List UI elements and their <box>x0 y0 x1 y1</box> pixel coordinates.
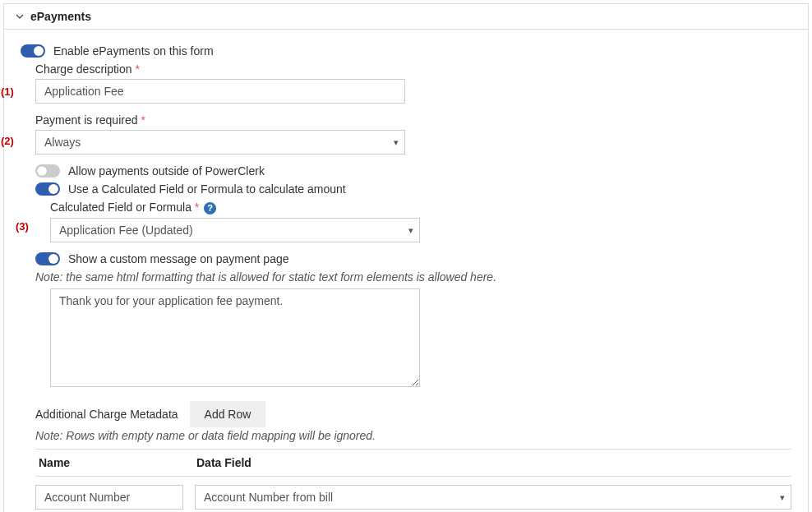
metadata-table-row: Account Number from bill ▾ <box>35 485 791 510</box>
metadata-note: Note: Rows with empty name or data field… <box>35 429 791 442</box>
use-calculated-label: Use a Calculated Field or Formula to cal… <box>68 182 346 196</box>
required-marker: * <box>135 62 139 76</box>
enable-epayments-toggle[interactable] <box>21 44 45 58</box>
charge-description-input[interactable] <box>35 79 405 104</box>
calc-field-select[interactable]: Application Fee (Updated) <box>50 218 420 242</box>
annotation-1: (1) <box>1 85 14 98</box>
custom-message-note: Note: the same html formatting that is a… <box>35 270 791 284</box>
panel-title: ePayments <box>30 10 91 23</box>
custom-message-label: Show a custom message on payment page <box>68 252 289 265</box>
metadata-datafield-select[interactable]: Account Number from bill <box>195 485 791 510</box>
metadata-name-input[interactable] <box>35 485 183 510</box>
help-icon[interactable]: ? <box>204 202 216 214</box>
annotation-3: (3) <box>16 220 29 233</box>
chevron-down-icon <box>16 12 24 21</box>
add-row-button[interactable]: Add Row <box>190 401 266 427</box>
calc-field-label: Calculated Field or Formula * ? <box>50 201 791 214</box>
payment-required-label: Payment is required * <box>35 113 791 127</box>
metadata-table-header: Name Data Field <box>35 449 791 477</box>
annotation-2: (2) <box>1 135 14 147</box>
col-data-header: Data Field <box>193 450 791 476</box>
epayments-panel: ePayments (1) (2) (3) Enable ePayments o… <box>3 3 809 512</box>
required-marker: * <box>195 201 199 214</box>
metadata-label: Additional Charge Metadata <box>35 408 178 421</box>
use-calculated-toggle[interactable] <box>35 182 60 196</box>
charge-description-label: Charge description * <box>35 62 791 76</box>
custom-message-textarea[interactable] <box>50 288 420 387</box>
required-marker: * <box>141 113 145 127</box>
payment-required-select[interactable]: Always <box>35 130 405 155</box>
allow-outside-label: Allow payments outside of PowerClerk <box>68 164 265 178</box>
enable-epayments-label: Enable ePayments on this form <box>53 44 214 58</box>
custom-message-toggle[interactable] <box>35 252 60 265</box>
col-name-header: Name <box>35 450 193 476</box>
allow-outside-toggle[interactable] <box>35 164 60 178</box>
panel-header[interactable]: ePayments <box>4 4 808 30</box>
panel-body: (1) (2) (3) Enable ePayments on this for… <box>4 30 808 512</box>
